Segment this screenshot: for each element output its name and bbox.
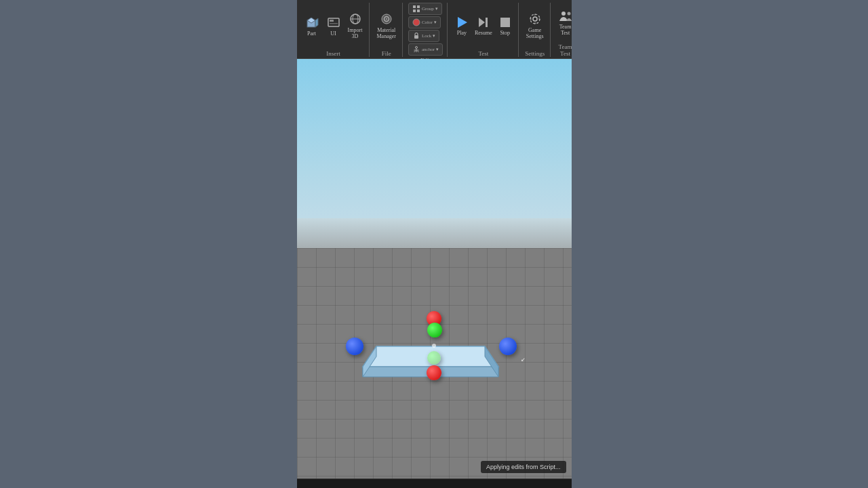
sphere-blue-right xyxy=(499,338,517,355)
svg-rect-27 xyxy=(500,18,510,27)
team-icon xyxy=(558,8,573,23)
team-test-button[interactable]: TeamTest xyxy=(556,7,575,38)
part-icon xyxy=(304,15,319,30)
stop-icon xyxy=(498,15,513,30)
svg-rect-13 xyxy=(417,5,420,8)
sphere-green-top xyxy=(427,323,442,338)
toolbar-section-insert: Part UI xyxy=(298,3,370,57)
insert-section-label: Insert xyxy=(326,50,340,57)
center-dot xyxy=(432,344,436,348)
svg-rect-14 xyxy=(413,9,416,12)
svg-line-23 xyxy=(417,51,418,52)
bottom-bar xyxy=(297,479,572,488)
ui-button[interactable]: UI xyxy=(324,14,343,39)
svg-rect-4 xyxy=(330,20,334,22)
import3d-button[interactable]: Import3D xyxy=(346,10,365,41)
toolbar-section-settings: GameSettings Settings xyxy=(520,3,551,57)
edit-row-2: Color ▾ xyxy=(408,16,443,28)
svg-point-29 xyxy=(530,14,540,24)
svg-rect-15 xyxy=(417,9,420,12)
group-label: Group xyxy=(422,6,434,12)
edit-row-4: anchor ▾ xyxy=(408,43,443,56)
gear-icon xyxy=(528,12,542,26)
color-dropdown[interactable]: Color ▾ xyxy=(408,16,441,28)
svg-rect-5 xyxy=(330,23,338,24)
svg-rect-3 xyxy=(328,18,339,26)
resume-label: Resume xyxy=(475,30,492,37)
resume-icon xyxy=(476,15,491,30)
toolbar-section-file: MaterialManager File xyxy=(371,3,403,57)
sphere-red-bottom xyxy=(427,365,441,380)
anchor-dropdown[interactable]: anchor ▾ xyxy=(408,43,443,56)
svg-line-22 xyxy=(414,51,415,52)
svg-marker-2 xyxy=(315,18,318,27)
import3d-label: Import3D xyxy=(348,28,363,40)
status-bar: Applying edits from Script... xyxy=(481,461,566,473)
file-section-label: File xyxy=(382,50,391,57)
material-manager-label: MaterialManager xyxy=(377,28,396,40)
svg-rect-26 xyxy=(486,18,488,27)
team-test-label: TeamTest xyxy=(559,24,572,37)
play-icon xyxy=(454,15,469,30)
cursor-indicator: ↙ xyxy=(521,354,526,363)
color-chevron: ▾ xyxy=(434,20,437,25)
toolbar-section-edit: Group ▾ Color ▾ xyxy=(404,3,448,57)
team-test-section-label: Team Test xyxy=(556,43,575,57)
stop-button[interactable]: Stop xyxy=(496,14,514,38)
ui-icon xyxy=(326,15,341,30)
svg-point-31 xyxy=(567,12,570,16)
svg-point-30 xyxy=(561,12,566,16)
color-label: Color xyxy=(422,20,433,25)
toolbar-section-test: Play Resume xyxy=(449,3,519,57)
edit-row-1: Group ▾ xyxy=(408,3,443,15)
edit-row-3: Lock ▾ xyxy=(408,30,443,42)
group-chevron: ▾ xyxy=(435,6,438,12)
svg-point-11 xyxy=(386,18,387,20)
sphere-green-bottom xyxy=(427,351,441,365)
status-message: Applying edits from Script... xyxy=(486,464,561,470)
play-label: Play xyxy=(457,30,467,37)
app-container: Part UI xyxy=(297,0,572,488)
svg-point-19 xyxy=(415,47,417,49)
anchor-label: anchor xyxy=(422,47,435,52)
game-settings-button[interactable]: GameSettings xyxy=(524,10,546,41)
group-dropdown[interactable]: Group ▾ xyxy=(408,3,442,15)
toolbar: Part UI xyxy=(297,0,572,59)
svg-point-28 xyxy=(533,17,537,21)
viewport[interactable]: ↙ Applying edits from Script... xyxy=(297,59,572,479)
svg-marker-25 xyxy=(479,18,485,27)
svg-rect-18 xyxy=(414,35,418,39)
resume-button[interactable]: Resume xyxy=(473,14,494,38)
game-settings-label: GameSettings xyxy=(526,28,544,40)
material-manager-icon xyxy=(379,12,394,26)
import3d-icon xyxy=(348,12,363,26)
lock-label: Lock xyxy=(422,33,431,39)
stop-label: Stop xyxy=(500,30,510,37)
play-button[interactable]: Play xyxy=(453,14,471,38)
toolbar-section-teamtest: TeamTest Team Test xyxy=(552,3,579,57)
part-label: Part xyxy=(307,31,316,37)
lock-chevron: ▾ xyxy=(433,33,435,39)
sphere-blue-left xyxy=(346,338,363,355)
ui-label: UI xyxy=(330,31,336,37)
settings-section-label: Settings xyxy=(525,50,545,57)
part-button[interactable]: Part xyxy=(302,14,321,39)
lock-dropdown[interactable]: Lock ▾ xyxy=(408,30,439,42)
material-manager-button[interactable]: MaterialManager xyxy=(375,10,398,41)
svg-marker-24 xyxy=(458,17,467,28)
svg-rect-12 xyxy=(413,5,416,8)
anchor-chevron: ▾ xyxy=(436,47,439,52)
test-section-label: Test xyxy=(478,50,488,57)
edit-group: Group ▾ Color ▾ xyxy=(408,3,443,56)
